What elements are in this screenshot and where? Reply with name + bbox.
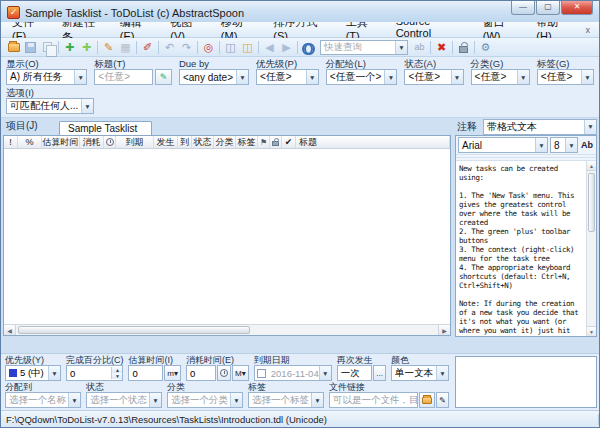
scroll-left-icon[interactable]: ◀ (4, 325, 16, 335)
recurrence-input[interactable]: 一次 (337, 365, 373, 381)
next-task-icon[interactable]: ▶ (278, 39, 295, 55)
font-size-combo[interactable]: 8▼ (550, 137, 578, 153)
estimate-input[interactable]: 0 (128, 365, 163, 381)
time-track-button[interactable] (217, 365, 231, 381)
font-name-combo[interactable]: Arial▼ (458, 137, 548, 153)
spin-down-icon: ▼ (112, 373, 122, 379)
password-lock-icon[interactable] (455, 39, 472, 55)
column-header-![interactable]: ! (4, 136, 18, 148)
due-date-checkbox[interactable] (257, 369, 266, 378)
column-header-状态[interactable]: 状态 (192, 136, 214, 148)
filter-status-label: 状态(A) (404, 58, 463, 69)
comments-format-combo[interactable]: 带格式文本▼ (483, 119, 597, 135)
app-icon: ✓ (7, 6, 20, 19)
priority-label: 优先级(Y) (5, 355, 61, 365)
column-header-clock[interactable] (104, 136, 116, 148)
flag-icon: ⚑ (260, 138, 267, 147)
prev-task-icon[interactable]: ◀ (261, 39, 278, 55)
scroll-right-icon[interactable]: ▶ (438, 325, 450, 335)
column-header-flag[interactable]: ⚑ (258, 136, 270, 148)
new-task-icon[interactable]: ✚ (61, 39, 78, 55)
status-combo[interactable]: 选择一个状态▼ (86, 392, 162, 408)
filter-due-label: Due by (179, 58, 249, 69)
column-header-估算时间[interactable]: 估算时间 (42, 136, 80, 148)
redo-icon[interactable]: ↷ (178, 39, 195, 55)
scroll-down-icon[interactable]: ▼ (587, 326, 596, 336)
find-tasks-icon[interactable] (300, 39, 317, 55)
spent-input[interactable]: 0 (186, 365, 216, 381)
category-combo[interactable]: 选择一个分类▼ (167, 392, 243, 408)
quick-search-combo[interactable]: 快速查询 ▼ (320, 40, 408, 55)
goto-task-icon[interactable]: ◎ (200, 39, 217, 55)
save-tasklist-icon[interactable] (22, 39, 39, 55)
spellcheck-icon[interactable]: ab (411, 39, 428, 55)
estimate-unit-button[interactable]: m▾ (164, 365, 181, 381)
column-header-标签[interactable]: 标签 (236, 136, 258, 148)
maximize-comments-icon[interactable]: ◫ (239, 39, 256, 55)
scrollbar-thumb[interactable] (588, 173, 595, 232)
alloc-to-combo[interactable]: 选择一个名称▼ (5, 392, 81, 408)
filter-allocto-combo[interactable]: <任意一个>▼ (326, 69, 398, 85)
chevron-down-icon[interactable]: ▼ (395, 41, 407, 54)
filter-title-options-button[interactable]: ✎ (155, 69, 172, 85)
scroll-up-icon[interactable]: ▲ (587, 161, 596, 171)
edit-task-icon[interactable]: ✎ (100, 39, 117, 55)
percent-spinner[interactable]: 0 ▲▼ (66, 365, 124, 381)
file-edit-button[interactable]: ✎ (436, 392, 449, 408)
filter-options-combo[interactable]: 可匹配任何人...▼ (6, 98, 94, 114)
column-header-check[interactable]: ✔ (282, 136, 296, 148)
color-label: 颜色 (391, 355, 449, 365)
font-dialog-button[interactable]: Ab (580, 139, 594, 152)
column-header-消耗[interactable]: 消耗 (80, 136, 104, 148)
tag-combo[interactable]: 选择一个标签▼ (248, 392, 324, 408)
filter-tag-combo[interactable]: <任意>▼ (537, 69, 594, 85)
maximize-tasklist-icon[interactable]: ◫ (222, 39, 239, 55)
new-subtask-icon[interactable]: ✚ (78, 39, 95, 55)
comments-scrollbar[interactable]: ▲ ▼ (586, 161, 596, 336)
lock-icon (272, 141, 279, 146)
sep2 (97, 41, 98, 54)
brush-icon[interactable]: ✐ (139, 39, 156, 55)
comment-text[interactable]: New tasks can be created using: 1. The '… (456, 161, 586, 336)
column-header-%[interactable]: % (18, 136, 42, 148)
horizontal-scrollbar[interactable]: ◀ ▶ (4, 324, 450, 335)
column-header-分类[interactable]: 分类 (214, 136, 236, 148)
alloc-to-label: 分配到 (5, 382, 81, 392)
title-bar[interactable]: ✓ Sample Tasklist - ToDoList (c) Abstrac… (1, 1, 599, 22)
sep9 (430, 41, 431, 54)
tasklist-tab[interactable]: Sample Tasklist (59, 121, 152, 135)
column-header-lock[interactable] (270, 136, 282, 148)
menubar-close-icon[interactable]: x (581, 25, 596, 35)
quick-search-placeholder: 快速查询 (321, 41, 395, 54)
close-button[interactable]: ✕ (561, 1, 593, 15)
filter-due-combo[interactable]: <any date>▼ (179, 69, 249, 85)
column-header-发生[interactable]: 发生 (154, 136, 178, 148)
preferences-gear-icon[interactable]: ⚙ (477, 39, 494, 55)
file-link-input[interactable]: 可以是一个文件，目录，网址，邮件或任务链 (329, 392, 418, 408)
recurrence-browse-button[interactable]: ... (373, 365, 386, 381)
filter-category-combo[interactable]: <任意>▼ (471, 69, 530, 85)
maximize-button[interactable]: ▢ (536, 1, 560, 15)
new-tasklist-icon[interactable] (5, 39, 22, 55)
due-date-picker[interactable]: 2016-11-04▼ (254, 365, 332, 381)
dependency-box[interactable] (455, 356, 597, 408)
column-header-到期[interactable]: 到期 (116, 136, 154, 148)
minimize-button[interactable]: — (511, 1, 535, 15)
column-header-标题[interactable]: 标题 (296, 136, 450, 148)
undo-icon[interactable]: ↶ (161, 39, 178, 55)
priority-combo[interactable]: 5 (中)▼ (5, 365, 61, 381)
status-label: 状态 (86, 382, 162, 392)
file-browse-button[interactable] (419, 392, 435, 408)
delete-task-icon[interactable]: ✖ (433, 39, 450, 55)
filter-title-input[interactable]: <任意> (94, 69, 153, 85)
color-combo[interactable]: 单一文本▼ (391, 365, 449, 381)
file-link-label: 文件链接 (329, 382, 449, 392)
filter-priority-combo[interactable]: <任意>▼ (256, 69, 319, 85)
filter-status-combo[interactable]: <任意>▼ (404, 69, 463, 85)
set-color-icon[interactable]: ▦ (117, 39, 134, 55)
save-all-icon[interactable] (39, 39, 56, 55)
column-header-到[interactable]: 到 (178, 136, 192, 148)
filter-show-combo[interactable]: A) 所有任务▼ (6, 69, 87, 85)
scrollbar-thumb[interactable] (18, 326, 250, 334)
spent-unit-button[interactable]: M▾ (232, 365, 249, 381)
